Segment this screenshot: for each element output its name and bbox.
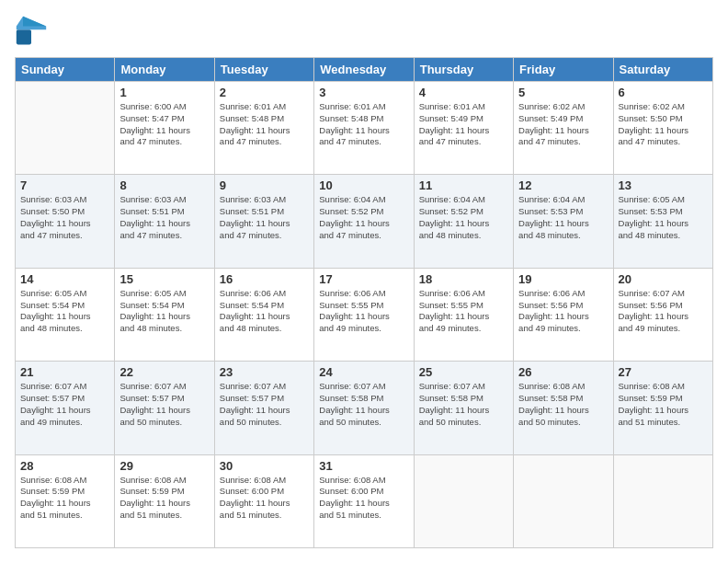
day-cell: 22Sunrise: 6:07 AM Sunset: 5:57 PM Dayli…	[115, 362, 214, 454]
day-info: Sunrise: 6:06 AM Sunset: 5:55 PM Dayligh…	[319, 288, 408, 335]
day-number: 5	[518, 86, 608, 99]
day-info: Sunrise: 6:08 AM Sunset: 6:00 PM Dayligh…	[220, 475, 309, 522]
day-cell: 13Sunrise: 6:05 AM Sunset: 5:53 PM Dayli…	[613, 175, 712, 268]
day-info: Sunrise: 6:04 AM Sunset: 5:53 PM Dayligh…	[518, 194, 608, 241]
day-number: 25	[419, 365, 508, 379]
day-info: Sunrise: 6:08 AM Sunset: 6:00 PM Dayligh…	[319, 475, 408, 522]
day-cell: 15Sunrise: 6:05 AM Sunset: 5:54 PM Dayli…	[115, 268, 214, 361]
day-cell: 10Sunrise: 6:04 AM Sunset: 5:52 PM Dayli…	[314, 175, 414, 268]
column-header-friday: Friday	[514, 58, 613, 82]
day-number: 15	[119, 272, 209, 286]
day-cell: 21Sunrise: 6:07 AM Sunset: 5:57 PM Dayli…	[16, 362, 115, 454]
day-number: 19	[518, 272, 608, 286]
day-number: 8	[119, 178, 209, 192]
day-number: 21	[20, 365, 109, 379]
day-cell: 26Sunrise: 6:08 AM Sunset: 5:58 PM Dayli…	[514, 362, 613, 454]
week-row-1: 1Sunrise: 6:00 AM Sunset: 5:47 PM Daylig…	[16, 82, 713, 175]
day-number: 11	[419, 178, 508, 192]
day-number: 28	[20, 459, 109, 473]
day-number: 14	[20, 272, 109, 286]
day-cell: 25Sunrise: 6:07 AM Sunset: 5:58 PM Dayli…	[414, 362, 513, 454]
day-cell	[613, 454, 712, 547]
day-number: 3	[319, 86, 408, 99]
day-info: Sunrise: 6:05 AM Sunset: 5:54 PM Dayligh…	[119, 288, 209, 335]
day-number: 20	[619, 272, 708, 286]
day-number: 6	[619, 86, 708, 99]
day-number: 31	[319, 459, 408, 473]
day-info: Sunrise: 6:08 AM Sunset: 5:59 PM Dayligh…	[619, 381, 708, 428]
day-info: Sunrise: 6:04 AM Sunset: 5:52 PM Dayligh…	[319, 194, 408, 241]
day-number: 4	[419, 86, 508, 99]
day-number: 29	[119, 459, 209, 473]
day-cell: 2Sunrise: 6:01 AM Sunset: 5:48 PM Daylig…	[214, 82, 313, 175]
day-cell	[16, 82, 115, 175]
day-info: Sunrise: 6:07 AM Sunset: 5:57 PM Dayligh…	[220, 381, 309, 428]
day-info: Sunrise: 6:02 AM Sunset: 5:49 PM Dayligh…	[518, 101, 608, 148]
week-row-3: 14Sunrise: 6:05 AM Sunset: 5:54 PM Dayli…	[16, 268, 713, 361]
day-info: Sunrise: 6:05 AM Sunset: 5:54 PM Dayligh…	[20, 288, 109, 335]
day-number: 9	[220, 178, 309, 192]
day-number: 26	[518, 365, 608, 379]
day-cell: 1Sunrise: 6:00 AM Sunset: 5:47 PM Daylig…	[115, 82, 214, 175]
day-info: Sunrise: 6:08 AM Sunset: 5:58 PM Dayligh…	[518, 381, 608, 428]
day-info: Sunrise: 6:07 AM Sunset: 5:57 PM Dayligh…	[119, 381, 209, 428]
day-cell: 7Sunrise: 6:03 AM Sunset: 5:50 PM Daylig…	[16, 175, 115, 268]
day-info: Sunrise: 6:06 AM Sunset: 5:55 PM Dayligh…	[419, 288, 508, 335]
day-info: Sunrise: 6:07 AM Sunset: 5:58 PM Dayligh…	[319, 381, 408, 428]
column-header-tuesday: Tuesday	[214, 58, 313, 82]
day-info: Sunrise: 6:07 AM Sunset: 5:58 PM Dayligh…	[419, 381, 508, 428]
day-number: 13	[619, 178, 708, 192]
day-number: 27	[619, 365, 708, 379]
day-number: 30	[220, 459, 309, 473]
day-cell: 19Sunrise: 6:06 AM Sunset: 5:56 PM Dayli…	[514, 268, 613, 361]
day-cell	[514, 454, 613, 547]
page: SundayMondayTuesdayWednesdayThursdayFrid…	[0, 0, 728, 563]
day-number: 22	[119, 365, 209, 379]
day-cell: 6Sunrise: 6:02 AM Sunset: 5:50 PM Daylig…	[613, 82, 712, 175]
day-cell: 3Sunrise: 6:01 AM Sunset: 5:48 PM Daylig…	[314, 82, 414, 175]
day-number: 18	[419, 272, 508, 286]
day-cell: 12Sunrise: 6:04 AM Sunset: 5:53 PM Dayli…	[514, 175, 613, 268]
day-cell: 4Sunrise: 6:01 AM Sunset: 5:49 PM Daylig…	[414, 82, 513, 175]
day-number: 7	[20, 178, 109, 192]
day-number: 10	[319, 178, 408, 192]
day-number: 12	[518, 178, 608, 192]
column-header-wednesday: Wednesday	[314, 58, 414, 82]
day-info: Sunrise: 6:08 AM Sunset: 5:59 PM Dayligh…	[20, 475, 109, 522]
week-row-4: 21Sunrise: 6:07 AM Sunset: 5:57 PM Dayli…	[16, 362, 713, 454]
day-info: Sunrise: 6:02 AM Sunset: 5:50 PM Dayligh…	[619, 101, 708, 148]
column-header-sunday: Sunday	[16, 58, 115, 82]
logo	[15, 15, 50, 48]
svg-rect-0	[17, 29, 31, 44]
day-number: 2	[220, 86, 309, 99]
day-info: Sunrise: 6:07 AM Sunset: 5:57 PM Dayligh…	[20, 381, 109, 428]
day-info: Sunrise: 6:07 AM Sunset: 5:56 PM Dayligh…	[619, 288, 708, 335]
day-cell: 9Sunrise: 6:03 AM Sunset: 5:51 PM Daylig…	[214, 175, 313, 268]
column-header-monday: Monday	[115, 58, 214, 82]
day-cell: 24Sunrise: 6:07 AM Sunset: 5:58 PM Dayli…	[314, 362, 414, 454]
column-header-saturday: Saturday	[613, 58, 712, 82]
day-info: Sunrise: 6:08 AM Sunset: 5:59 PM Dayligh…	[119, 475, 209, 522]
day-number: 16	[220, 272, 309, 286]
day-cell: 30Sunrise: 6:08 AM Sunset: 6:00 PM Dayli…	[214, 454, 313, 547]
day-cell: 31Sunrise: 6:08 AM Sunset: 6:00 PM Dayli…	[314, 454, 414, 547]
day-number: 24	[319, 365, 408, 379]
day-cell: 8Sunrise: 6:03 AM Sunset: 5:51 PM Daylig…	[115, 175, 214, 268]
day-cell: 29Sunrise: 6:08 AM Sunset: 5:59 PM Dayli…	[115, 454, 214, 547]
day-cell	[414, 454, 513, 547]
day-cell: 23Sunrise: 6:07 AM Sunset: 5:57 PM Dayli…	[214, 362, 313, 454]
day-cell: 28Sunrise: 6:08 AM Sunset: 5:59 PM Dayli…	[16, 454, 115, 547]
day-info: Sunrise: 6:05 AM Sunset: 5:53 PM Dayligh…	[619, 194, 708, 241]
svg-marker-2	[23, 17, 46, 27]
week-row-5: 28Sunrise: 6:08 AM Sunset: 5:59 PM Dayli…	[16, 454, 713, 547]
week-row-2: 7Sunrise: 6:03 AM Sunset: 5:50 PM Daylig…	[16, 175, 713, 268]
calendar-table: SundayMondayTuesdayWednesdayThursdayFrid…	[15, 57, 713, 548]
day-cell: 14Sunrise: 6:05 AM Sunset: 5:54 PM Dayli…	[16, 268, 115, 361]
day-info: Sunrise: 6:03 AM Sunset: 5:51 PM Dayligh…	[119, 194, 209, 241]
day-info: Sunrise: 6:03 AM Sunset: 5:50 PM Dayligh…	[20, 194, 109, 241]
day-info: Sunrise: 6:00 AM Sunset: 5:47 PM Dayligh…	[119, 101, 209, 148]
day-info: Sunrise: 6:01 AM Sunset: 5:48 PM Dayligh…	[319, 101, 408, 148]
day-info: Sunrise: 6:06 AM Sunset: 5:56 PM Dayligh…	[518, 288, 608, 335]
day-info: Sunrise: 6:06 AM Sunset: 5:54 PM Dayligh…	[220, 288, 309, 335]
day-cell: 27Sunrise: 6:08 AM Sunset: 5:59 PM Dayli…	[613, 362, 712, 454]
